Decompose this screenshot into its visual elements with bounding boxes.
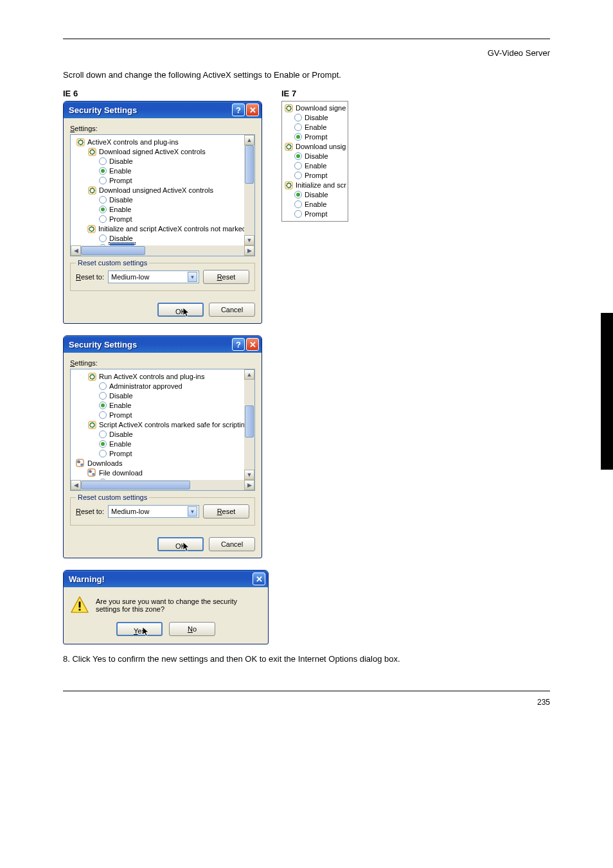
- tree-label: File download: [99, 468, 143, 477]
- reset-legend: Reset custom settings: [76, 259, 149, 267]
- vertical-scrollbar[interactable]: ▲ ▼: [244, 369, 254, 480]
- radio-icon[interactable]: [99, 167, 107, 175]
- radio-option[interactable]: Disable: [73, 195, 253, 204]
- radio-option[interactable]: Prompt: [73, 176, 253, 185]
- combo-dropdown-icon[interactable]: ▼: [188, 272, 197, 282]
- combo-dropdown-icon[interactable]: ▼: [188, 506, 197, 517]
- radio-icon[interactable]: [99, 411, 107, 419]
- radio-option[interactable]: Enable: [73, 205, 253, 214]
- tree-label: ActiveX controls and plug-ins: [87, 137, 179, 146]
- side-bookmark: [601, 313, 613, 470]
- close-button[interactable]: ✕: [246, 103, 259, 116]
- radio-icon[interactable]: [294, 210, 302, 218]
- reset-custom-settings-group: Reset custom settings Reset to: Medium-l…: [70, 497, 255, 526]
- radio-option[interactable]: Enable: [284, 161, 347, 170]
- reset-button[interactable]: Reset: [203, 504, 249, 518]
- settings-tree[interactable]: ActiveX controls and plug-insDownload si…: [70, 134, 255, 256]
- radio-option[interactable]: Enable: [284, 200, 347, 209]
- radio-icon[interactable]: [99, 382, 107, 390]
- radio-icon[interactable]: [99, 196, 107, 204]
- radio-option[interactable]: Enable: [73, 401, 253, 410]
- tree-label: Download unsig: [296, 142, 346, 151]
- yes-button[interactable]: Yes: [116, 622, 163, 636]
- scroll-up-icon[interactable]: ▲: [244, 369, 254, 380]
- radio-option[interactable]: Prompt: [284, 171, 347, 180]
- tree-label: Run ActiveX controls and plug-ins: [99, 372, 204, 381]
- radio-option[interactable]: Enable: [73, 439, 253, 448]
- combo-value: Medium-low: [111, 273, 149, 281]
- radio-icon[interactable]: [99, 440, 107, 448]
- settings-tree[interactable]: Run ActiveX controls and plug-insAdminis…: [70, 369, 255, 491]
- tree-label: Disable: [305, 152, 328, 161]
- radio-icon[interactable]: [294, 200, 302, 208]
- warning-dialog: Warning! ✕ Are you sure you want to chan…: [63, 570, 269, 644]
- radio-icon[interactable]: [99, 402, 107, 409]
- radio-option[interactable]: Disable: [73, 157, 253, 166]
- scroll-up-icon[interactable]: ▲: [244, 135, 254, 145]
- radio-option[interactable]: Prompt: [73, 449, 253, 458]
- reset-to-combo[interactable]: Medium-low ▼: [108, 505, 199, 518]
- cancel-button[interactable]: Cancel: [209, 537, 255, 551]
- radio-option[interactable]: Disable: [284, 152, 347, 161]
- radio-option[interactable]: Disable: [73, 391, 253, 400]
- radio-icon[interactable]: [99, 235, 107, 242]
- radio-option[interactable]: Prompt: [73, 215, 253, 224]
- reset-to-combo[interactable]: Medium-low ▼: [108, 270, 199, 283]
- radio-option[interactable]: Administrator approved: [73, 382, 253, 391]
- radio-icon[interactable]: [99, 157, 107, 165]
- radio-option[interactable]: Enable: [284, 123, 347, 132]
- radio-icon[interactable]: [99, 392, 107, 400]
- horizontal-scrollbar[interactable]: ◀ ▶: [71, 480, 254, 490]
- tree-label: Enable: [305, 200, 326, 209]
- security-settings-dialog-1: Security Settings ? ✕ Settings: ActiveX …: [63, 101, 262, 324]
- radio-icon[interactable]: [99, 206, 107, 213]
- close-button[interactable]: ✕: [253, 572, 265, 585]
- radio-option[interactable]: Disable: [284, 113, 347, 122]
- radio-icon[interactable]: [294, 162, 302, 170]
- scroll-right-icon[interactable]: ▶: [244, 245, 254, 256]
- tree-node: ActiveX controls and plug-ins: [73, 137, 253, 146]
- reset-button[interactable]: Reset: [203, 270, 249, 284]
- radio-icon[interactable]: [294, 191, 302, 199]
- help-button[interactable]: ?: [232, 338, 245, 351]
- scroll-left-icon[interactable]: ◀: [71, 245, 81, 256]
- gear-icon: [87, 420, 96, 429]
- tree-label: Prompt: [305, 171, 327, 180]
- no-button[interactable]: No: [169, 622, 215, 636]
- tree-node: Downloads: [73, 459, 253, 468]
- radio-icon[interactable]: [294, 123, 302, 131]
- footer: 235: [63, 698, 550, 707]
- scroll-right-icon[interactable]: ▶: [244, 480, 254, 490]
- tree-label: Downloads: [87, 459, 122, 468]
- vertical-scrollbar[interactable]: ▲ ▼: [244, 135, 254, 245]
- radio-icon[interactable]: [99, 430, 107, 438]
- radio-icon[interactable]: [99, 215, 107, 223]
- horizontal-scrollbar[interactable]: ◀ ▶: [71, 245, 254, 256]
- radio-option[interactable]: Disable: [73, 234, 253, 243]
- svg-rect-23: [79, 609, 81, 611]
- ok-button[interactable]: OK: [157, 537, 204, 551]
- radio-icon[interactable]: [294, 133, 302, 141]
- tree-node: Download unsigned ActiveX controls: [73, 186, 253, 195]
- help-button[interactable]: ?: [232, 103, 245, 116]
- radio-icon[interactable]: [294, 152, 302, 160]
- scroll-down-icon[interactable]: ▼: [244, 470, 254, 480]
- radio-option[interactable]: Prompt: [73, 411, 253, 420]
- tree-label: Disable: [305, 190, 328, 199]
- tree-label: Download unsigned ActiveX controls: [99, 186, 213, 195]
- scroll-down-icon[interactable]: ▼: [244, 235, 254, 245]
- gear-icon: [76, 137, 85, 146]
- radio-option[interactable]: Disable: [73, 430, 253, 439]
- radio-option[interactable]: Disable: [284, 190, 347, 199]
- radio-icon[interactable]: [99, 450, 107, 457]
- radio-option[interactable]: Prompt: [284, 132, 347, 141]
- close-button[interactable]: ✕: [246, 338, 259, 351]
- radio-option[interactable]: Enable: [73, 166, 253, 175]
- radio-icon[interactable]: [99, 177, 107, 184]
- radio-icon[interactable]: [294, 172, 302, 179]
- radio-option[interactable]: Prompt: [284, 209, 347, 218]
- cancel-button[interactable]: Cancel: [209, 303, 255, 317]
- scroll-left-icon[interactable]: ◀: [71, 480, 81, 490]
- radio-icon[interactable]: [294, 114, 302, 121]
- ok-button[interactable]: OK: [157, 303, 204, 317]
